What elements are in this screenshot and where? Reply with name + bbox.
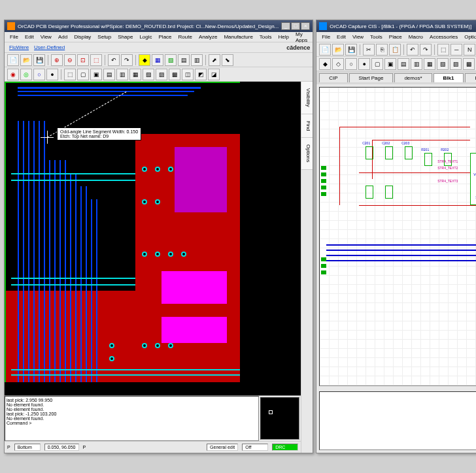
tb-redo-icon[interactable]: ↷ xyxy=(420,44,432,56)
tb2-g[interactable]: ▣ xyxy=(90,69,102,80)
tb-btn-c[interactable]: ▧ xyxy=(165,54,177,66)
tb2-i[interactable]: ▦ xyxy=(424,58,435,70)
tb2-c[interactable]: ○ xyxy=(33,69,45,80)
menu-tools[interactable]: Tools xyxy=(367,33,385,41)
tb-zoomsel-icon[interactable]: ⬚ xyxy=(90,54,102,66)
tb2-j[interactable]: ▦ xyxy=(129,69,141,80)
tb2-h[interactable]: ▤ xyxy=(103,69,115,80)
tb-part-icon[interactable]: ⬚ xyxy=(437,44,449,56)
tab-cip[interactable]: CIP xyxy=(319,73,347,82)
menu-manufacture[interactable]: Manufacture xyxy=(221,33,255,41)
menu-file[interactable]: File xyxy=(7,33,21,41)
tb-new-icon[interactable]: 📄 xyxy=(319,44,331,56)
menu-display[interactable]: Display xyxy=(71,33,94,41)
menu-shape[interactable]: Shape xyxy=(115,33,135,41)
tab-visibility[interactable]: Visibility xyxy=(301,82,313,114)
tb2-o[interactable]: ◩ xyxy=(195,69,207,80)
tb-open-icon[interactable]: 📂 xyxy=(332,44,344,56)
tb-redo-icon[interactable]: ↷ xyxy=(121,54,133,66)
tb2-p[interactable]: ◪ xyxy=(208,69,220,80)
tb2-k[interactable]: ▨ xyxy=(450,58,462,70)
tb-save-icon[interactable]: 💾 xyxy=(345,44,357,56)
menu-analyze[interactable]: Analyze xyxy=(196,33,220,41)
tb-paste-icon[interactable]: 📋 xyxy=(389,44,401,56)
tb-undo-icon[interactable]: ↶ xyxy=(108,54,120,66)
tb-zoom-icon[interactable]: ⊕ xyxy=(51,54,63,66)
link-floware[interactable]: FloWere xyxy=(7,44,31,50)
world-view[interactable] xyxy=(260,397,299,440)
tb2-a[interactable]: ◉ xyxy=(7,69,19,80)
status-drc[interactable]: DRC xyxy=(272,444,298,451)
tab-find[interactable]: Find xyxy=(301,114,313,139)
tb-save-icon[interactable]: 💾 xyxy=(33,54,45,66)
menu-help[interactable]: Help xyxy=(276,33,292,41)
status-mode[interactable]: General edit xyxy=(207,444,238,451)
tb2-f[interactable]: ▢ xyxy=(77,69,89,80)
menu-file[interactable]: File xyxy=(319,33,333,41)
tb2-b[interactable]: ◎ xyxy=(20,69,32,80)
menu-macro[interactable]: Macro xyxy=(406,33,426,41)
tb-copy-icon[interactable]: ⎘ xyxy=(376,44,388,56)
menu-add[interactable]: Add xyxy=(56,33,70,41)
menu-route[interactable]: Route xyxy=(176,33,195,41)
tab-blk1fpga[interactable]: Blk1/FPGA1 xyxy=(465,73,476,82)
menu-options[interactable]: Options xyxy=(462,33,476,41)
tb2-d[interactable]: ● xyxy=(358,58,370,70)
tb2-d[interactable]: ● xyxy=(46,69,58,80)
menu-accessories[interactable]: Accessories xyxy=(427,33,460,41)
menu-view[interactable]: View xyxy=(350,33,366,41)
tab-startpage[interactable]: Start Page xyxy=(349,73,394,82)
tb2-h[interactable]: ▥ xyxy=(411,58,422,70)
tb-btn-d[interactable]: ▤ xyxy=(178,54,190,66)
tb2-n[interactable]: ◫ xyxy=(182,69,194,80)
tb2-c[interactable]: ○ xyxy=(345,58,357,70)
menu-edit[interactable]: Edit xyxy=(334,33,348,41)
tab-demos[interactable]: demos* xyxy=(394,73,432,82)
tab-blk1[interactable]: Blk1 xyxy=(434,73,464,82)
tb-cut-icon[interactable]: ✂ xyxy=(363,44,375,56)
close-button[interactable]: × xyxy=(301,22,310,30)
menu-place[interactable]: Place xyxy=(386,33,405,41)
tb2-a[interactable]: ◆ xyxy=(319,58,331,70)
tb-btn-f[interactable]: ⬈ xyxy=(209,54,220,66)
tb-new-icon[interactable]: 📄 xyxy=(7,54,19,66)
tb2-g[interactable]: ▤ xyxy=(398,58,409,70)
tb2-l[interactable]: ▩ xyxy=(463,58,475,70)
tb2-e[interactable]: ▢ xyxy=(371,58,383,70)
tb-btn-e[interactable]: ▥ xyxy=(191,54,203,66)
link-userdefined[interactable]: User-Defined xyxy=(32,44,67,50)
maximize-button[interactable]: □ xyxy=(291,22,300,30)
menu-place[interactable]: Place xyxy=(156,33,175,41)
schematic-canvas[interactable]: C201 C202 C203 R201 R202 VCC_DRAM Shield… xyxy=(319,87,476,386)
pcb-canvas[interactable]: Odd-angle Line Segment Width: 0.150 Etch… xyxy=(5,82,301,395)
tb-btn-b[interactable]: ▦ xyxy=(152,54,163,66)
tb2-e[interactable]: ⬚ xyxy=(64,69,76,80)
tb-net-icon[interactable]: N xyxy=(464,44,475,56)
capture-cis-window: OrCAD Capture CIS - [/Blk1 - (FPGA / FPG… xyxy=(316,20,476,453)
status-layer[interactable]: Bottom xyxy=(14,444,41,451)
menu-tools[interactable]: Tools xyxy=(257,33,275,41)
cis-panel[interactable] xyxy=(319,391,476,450)
tb-btn-a[interactable]: ◆ xyxy=(139,54,150,66)
menu-myapps[interactable]: My Apps xyxy=(293,31,310,44)
tb-zoomout-icon[interactable]: ⊖ xyxy=(64,54,76,66)
tb2-l[interactable]: ▨ xyxy=(156,69,167,80)
tab-options[interactable]: Options xyxy=(301,138,313,170)
tb-fit-icon[interactable]: ⊡ xyxy=(77,54,89,66)
tb2-j[interactable]: ▧ xyxy=(437,58,449,70)
tb-wire-icon[interactable]: ─ xyxy=(450,44,462,56)
menu-logic[interactable]: Logic xyxy=(137,33,154,41)
tb-btn-g[interactable]: ⬊ xyxy=(222,54,233,66)
tb2-m[interactable]: ▩ xyxy=(169,69,180,80)
minimize-button[interactable]: _ xyxy=(281,22,290,30)
status-off[interactable]: Off xyxy=(242,444,268,451)
menu-setup[interactable]: Setup xyxy=(95,33,114,41)
tb2-b[interactable]: ◇ xyxy=(332,58,344,70)
tb2-i[interactable]: ▥ xyxy=(116,69,128,80)
tb2-k[interactable]: ▧ xyxy=(143,69,154,80)
tb2-f[interactable]: ▣ xyxy=(384,58,396,70)
tb-open-icon[interactable]: 📂 xyxy=(20,54,32,66)
menu-edit[interactable]: Edit xyxy=(22,33,37,41)
tb-undo-icon[interactable]: ↶ xyxy=(407,44,418,56)
menu-view[interactable]: View xyxy=(38,33,54,41)
